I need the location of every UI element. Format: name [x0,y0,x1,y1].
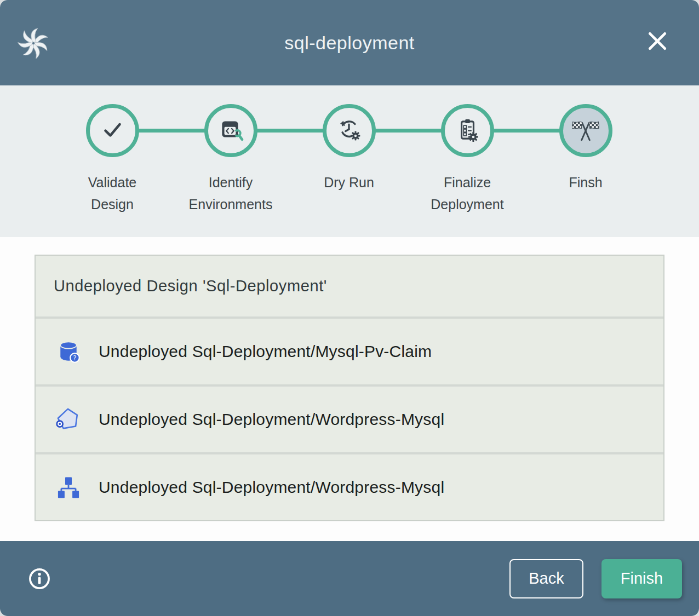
step-validate-design: Validate Design [53,85,171,237]
step-label: Dry Run [302,171,396,193]
finish-button[interactable]: Finish [601,559,682,598]
log-row: Undeployed Sql-Deployment/Wordpress-Mysq… [36,452,663,520]
modal-title: sql-deployment [0,32,699,54]
step-label: Validate Design [66,171,159,215]
database-icon: ? [55,338,82,365]
spiral-logo-icon [18,27,49,59]
step-finish: Finsh [526,85,645,237]
log-row-text: Undeployed Sql-Deployment/Mysql-Pv-Claim [99,342,432,361]
close-icon [646,30,669,54]
modal-header: sql-deployment [0,0,699,85]
log-row-text: Undeployed Sql-Deployment/Wordpress-Mysq… [99,478,444,497]
hierarchy-icon [55,474,82,500]
step-label: Finalize Deployment [421,171,514,215]
checkered-flags-icon [572,116,599,146]
info-icon [27,584,51,592]
log-row-text: Undeployed Sql-Deployment/Wordpress-Mysq… [99,410,444,429]
check-icon [99,116,126,146]
log-row-design: Undeployed Design 'Sql-Deployment' [36,256,663,316]
stepper: Validate Design Identify Environment [0,85,699,237]
code-window-wrench-icon [217,116,244,146]
step-dry-run: Dry Run [290,85,408,237]
step-finalize-deployment: Finalize Deployment [408,85,526,237]
deployment-log-panel: Undeployed Design 'Sql-Deployment' ? Und… [35,255,664,521]
step-identify-environments: Identify Environments [171,85,290,237]
close-button[interactable] [644,28,671,55]
deployment-wizard-modal: sql-deployment Validate Desi [0,0,699,616]
info-button[interactable] [27,567,51,591]
back-button[interactable]: Back [509,559,583,598]
svg-text:?: ? [73,354,76,362]
step-label: Identify Environments [184,171,277,215]
sync-gear-icon [335,116,363,146]
step-label: Finsh [539,171,632,193]
log-row: Undeployed Sql-Deployment/Wordpress-Mysq… [36,384,663,452]
deployment-log: Undeployed Design 'Sql-Deployment' ? Und… [0,237,699,541]
pentagon-icon [55,406,82,433]
log-row: ? Undeployed Sql-Deployment/Mysql-Pv-Cla… [36,316,663,384]
log-design-text: Undeployed Design 'Sql-Deployment' [54,277,327,295]
clipboard-gear-icon [454,116,481,146]
modal-footer: Back Finish [0,541,699,616]
